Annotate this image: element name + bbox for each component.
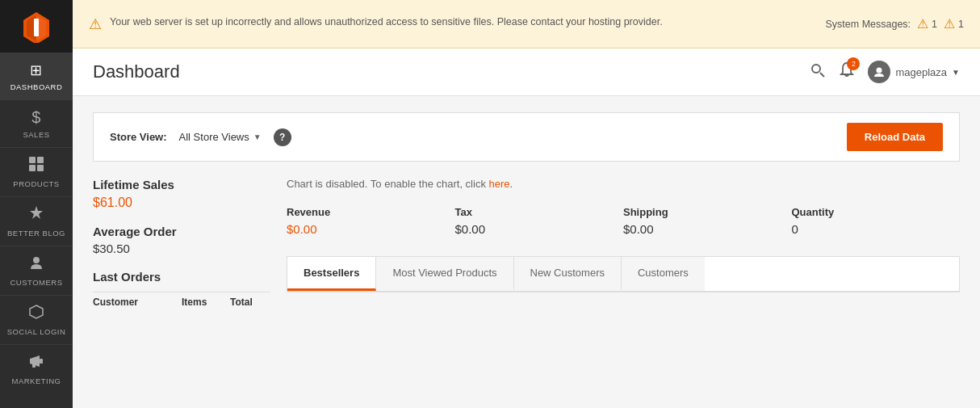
sidebar-item-label: MARKETING <box>12 376 61 385</box>
reload-data-button[interactable]: Reload Data <box>847 123 943 151</box>
sales-icon: $ <box>31 108 41 127</box>
better-blog-icon <box>28 205 44 225</box>
warning-banner: ⚠ Your web server is set up incorrectly … <box>73 0 980 48</box>
left-panel: Lifetime Sales $61.00 Average Order $30.… <box>93 178 270 312</box>
right-panel: Chart is disabled. To enable the chart, … <box>287 178 960 312</box>
system-messages-label: System Messages: <box>826 19 911 30</box>
sidebar-item-label: SALES <box>23 130 49 139</box>
warning-text: Your web server is set up incorrectly an… <box>110 15 663 30</box>
notification-badge: 2 <box>847 57 860 70</box>
tabs-header: Bestsellers Most Viewed Products New Cus… <box>287 257 959 292</box>
user-menu[interactable]: mageplaza ▼ <box>868 61 960 83</box>
svg-rect-3 <box>34 19 39 36</box>
store-view-left: Store View: All Store Views ▼ ? <box>110 128 291 146</box>
user-name: mageplaza <box>895 66 947 78</box>
svg-point-12 <box>812 65 820 73</box>
svg-rect-4 <box>29 157 36 163</box>
quantity-label: Quantity <box>792 206 944 218</box>
system-messages: System Messages: ⚠ 1 ⚠ 1 <box>826 16 965 32</box>
avg-order-label: Average Order <box>93 225 270 238</box>
sidebar-item-label: BETTER BLOG <box>7 229 65 238</box>
warning-left: ⚠ Your web server is set up incorrectly … <box>89 15 826 33</box>
magento-logo-icon <box>20 11 52 43</box>
marketing-icon <box>28 353 44 373</box>
col-customer-header: Customer <box>93 297 174 308</box>
help-icon[interactable]: ? <box>274 128 291 146</box>
alert-icon-1: ⚠ <box>917 16 928 32</box>
col-items-header: Items <box>182 297 222 308</box>
svg-rect-7 <box>37 165 44 171</box>
user-avatar <box>868 61 890 83</box>
social-login-icon <box>28 304 44 324</box>
sidebar-item-dashboard[interactable]: ⊞ DASHBOARD <box>0 53 73 99</box>
stat-quantity: Quantity 0 <box>792 206 961 236</box>
sidebar-item-social-login[interactable]: SOCIAL LOGIN <box>0 295 73 344</box>
store-view-select[interactable]: All Store Views ▼ <box>179 131 262 143</box>
svg-point-8 <box>33 257 40 263</box>
sidebar-item-customers[interactable]: CUSTOMERS <box>0 246 73 295</box>
lifetime-sales-label: Lifetime Sales <box>93 178 270 191</box>
user-menu-chevron-icon: ▼ <box>952 68 960 77</box>
sys-msg-badge-2: ⚠ 1 <box>944 16 964 32</box>
svg-rect-10 <box>40 359 43 364</box>
sys-msg-badge-1: ⚠ 1 <box>917 16 937 32</box>
select-arrow-icon: ▼ <box>253 132 262 141</box>
sidebar-item-better-blog[interactable]: BETTER BLOG <box>0 196 73 246</box>
stat-revenue: Revenue $0.00 <box>287 206 455 236</box>
search-button[interactable] <box>810 62 826 82</box>
user-avatar-icon <box>873 65 886 78</box>
tab-customers[interactable]: Customers <box>622 257 705 291</box>
alert-count-1: 1 <box>932 19 937 30</box>
store-view-bar: Store View: All Store Views ▼ ? Reload D… <box>93 112 960 162</box>
shipping-value: $0.00 <box>623 222 776 236</box>
tab-bestsellers[interactable]: Bestsellers <box>287 257 376 291</box>
revenue-label: Revenue <box>287 206 439 218</box>
chart-disabled-message: Chart is disabled. To enable the chart, … <box>287 178 960 190</box>
products-icon <box>28 156 44 176</box>
svg-point-14 <box>877 68 882 74</box>
store-view-label: Store View: <box>110 131 167 143</box>
page-title: Dashboard <box>93 61 180 82</box>
tax-label: Tax <box>455 206 608 218</box>
page-header: Dashboard 2 <box>73 48 980 96</box>
col-total-header: Total <box>230 297 270 308</box>
sidebar-item-label: CUSTOMERS <box>10 278 62 287</box>
shipping-label: Shipping <box>623 206 776 218</box>
tax-value: $0.00 <box>455 222 608 236</box>
tab-most-viewed[interactable]: Most Viewed Products <box>376 257 513 291</box>
dashboard-icon: ⊞ <box>30 61 43 79</box>
dashboard-grid: Lifetime Sales $61.00 Average Order $30.… <box>93 178 960 312</box>
sidebar-item-sales[interactable]: $ SALES <box>0 99 73 147</box>
svg-line-13 <box>820 73 824 77</box>
quantity-value: 0 <box>792 222 944 236</box>
sidebar-item-label: SOCIAL LOGIN <box>7 327 66 336</box>
lifetime-sales-value: $61.00 <box>93 196 270 210</box>
alert-icon-2: ⚠ <box>944 16 955 32</box>
content-area: Store View: All Store Views ▼ ? Reload D… <box>73 96 980 408</box>
svg-rect-11 <box>32 364 36 368</box>
sidebar-logo <box>0 0 73 53</box>
tabs-container: Bestsellers Most Viewed Products New Cus… <box>287 256 960 292</box>
alert-count-2: 1 <box>958 19 964 30</box>
stat-tax: Tax $0.00 <box>455 206 624 236</box>
sidebar-item-marketing[interactable]: MARKETING <box>0 344 73 393</box>
avg-order-value: $30.50 <box>93 242 270 255</box>
stats-row: Revenue $0.00 Tax $0.00 Shipping $0.00 Q… <box>287 206 960 236</box>
main-content: ⚠ Your web server is set up incorrectly … <box>73 0 980 408</box>
header-actions: 2 mageplaza ▼ <box>810 61 960 83</box>
orders-table-header: Customer Items Total <box>93 292 270 312</box>
svg-rect-6 <box>29 165 36 171</box>
last-orders-label: Last Orders <box>93 270 270 284</box>
svg-marker-9 <box>30 305 43 318</box>
sidebar-item-label: PRODUCTS <box>13 179 59 188</box>
chart-enable-link[interactable]: here <box>489 178 510 190</box>
tab-new-customers[interactable]: New Customers <box>514 257 622 291</box>
revenue-value: $0.00 <box>287 222 439 236</box>
store-view-selected: All Store Views <box>179 131 249 143</box>
sidebar-item-label: DASHBOARD <box>10 82 63 91</box>
chart-disabled-text: Chart is disabled. To enable the chart, … <box>287 178 486 190</box>
notification-button[interactable]: 2 <box>838 61 856 83</box>
sidebar-item-products[interactable]: PRODUCTS <box>0 147 73 196</box>
warning-icon: ⚠ <box>89 15 102 33</box>
sidebar: ⊞ DASHBOARD $ SALES PRODUCTS BETTER BLOG <box>0 0 73 408</box>
